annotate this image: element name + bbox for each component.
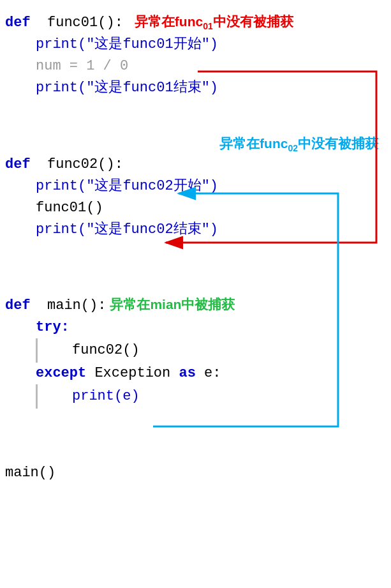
line-func02-print2: print("这是func02结束") (0, 219, 391, 241)
as-kw: as (179, 363, 195, 384)
line-try: try: (0, 317, 391, 338)
e-var: e: (196, 363, 221, 384)
blank2 (0, 117, 391, 135)
except-kw: except (36, 363, 86, 384)
func02-call-line: func02() (49, 338, 140, 363)
blank3 (0, 241, 391, 259)
line-except: except Exception as e: (0, 363, 391, 384)
main-name: main(): (31, 295, 107, 317)
blank7 (0, 426, 391, 444)
print1-text: print("这是func01开始") (36, 34, 218, 56)
line-func01-def: def func01(): 异常在func01中没有被捕获 (0, 11, 391, 34)
spacer1 (123, 12, 135, 34)
print-e-line: print(e) (49, 384, 140, 409)
kw-def-3: def (5, 295, 31, 317)
kw-def-2: def (5, 154, 31, 176)
print-e-text: print(e) (49, 386, 140, 407)
try-kw: try: (36, 317, 70, 338)
line-func02-call: func01() (0, 197, 391, 219)
annotation-func02: 异常在func02中没有被捕获 (219, 135, 378, 153)
blank4 (0, 259, 391, 276)
try-vbar (36, 338, 38, 363)
except-block: print(e) (0, 384, 391, 409)
func02-print2-text: print("这是func02结束") (36, 219, 218, 241)
line-func01-print2: print("这是func01结束") (0, 77, 391, 99)
func01-name: func01(): (31, 12, 123, 34)
code-display: def func01(): 异常在func01中没有被捕获 print("这是f… (0, 0, 391, 496)
line-func02-def: def func02(): (0, 154, 391, 176)
except-vbar (36, 384, 38, 409)
func02-call-text: func02() (49, 340, 140, 361)
line-func01-num: num = 1 / 0 (0, 56, 391, 77)
blank5 (0, 276, 391, 294)
print2-text: print("这是func01结束") (36, 77, 218, 99)
line-main-def: def main(): 异常在mian中被捕获 (0, 294, 391, 317)
func02-print1-text: print("这是func02开始") (36, 176, 218, 197)
blank8 (0, 444, 391, 462)
annotation-func02-container: 异常在func02中没有被捕获 (0, 135, 391, 153)
annotation-main: 异常在mian中被捕获 (110, 294, 235, 315)
func01-call: func01() (36, 197, 103, 219)
except-text: Exception (86, 363, 179, 384)
num-var: num = 1 / 0 (36, 56, 128, 77)
annotation-func01: 异常在func01中没有被捕获 (135, 11, 293, 34)
try-block: func02() (0, 338, 391, 363)
line-func01-print1: print("这是func01开始") (0, 34, 391, 56)
blank6 (0, 409, 391, 426)
line-main-call: main() (0, 462, 391, 484)
main-call-text: main() (5, 462, 55, 484)
line-func02-print1: print("这是func02开始") (0, 176, 391, 197)
kw-def-1: def (5, 12, 31, 34)
func02-name: func02(): (31, 154, 123, 176)
blank1 (0, 99, 391, 117)
